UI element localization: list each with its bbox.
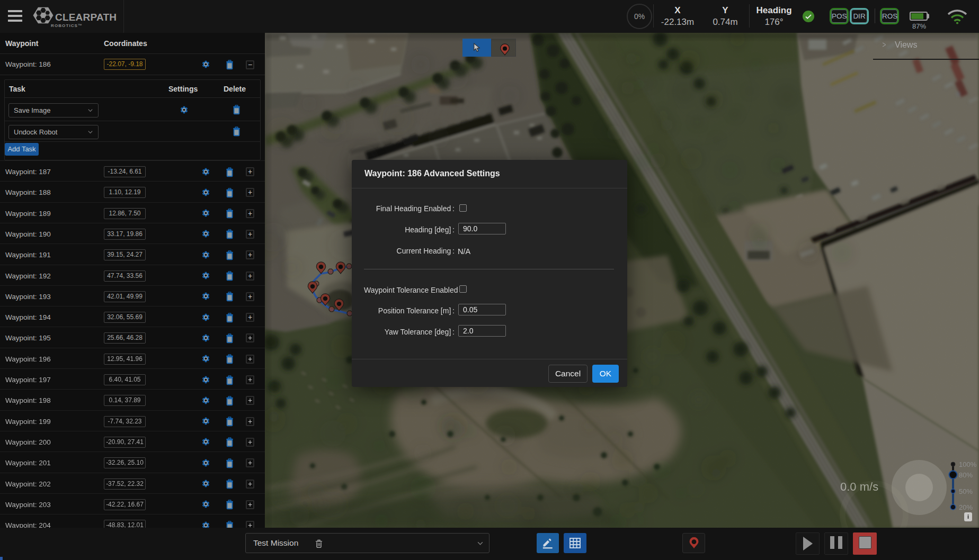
svg-text:20%: 20% [959, 503, 973, 511]
svg-text:50%: 50% [959, 487, 973, 495]
svg-text:100%: 100% [959, 460, 977, 468]
svg-text:80%: 80% [959, 471, 973, 479]
